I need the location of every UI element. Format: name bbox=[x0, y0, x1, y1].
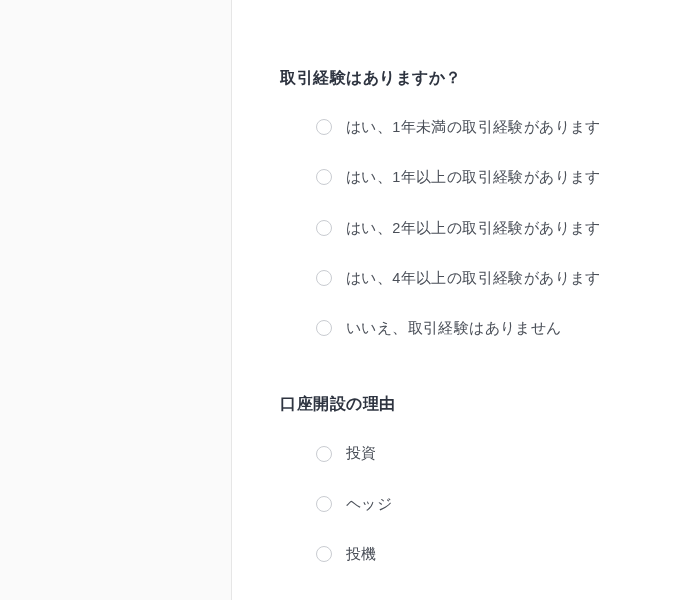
option-label: 投機 bbox=[346, 544, 377, 564]
sidebar bbox=[0, 0, 232, 600]
question-heading: 口座開設の理由 bbox=[280, 394, 632, 415]
option-label: はい、1年未満の取引経験があります bbox=[346, 117, 601, 137]
radio-icon bbox=[316, 220, 332, 236]
option-more-than-2-years[interactable]: はい、2年以上の取引経験があります bbox=[316, 218, 632, 238]
radio-icon bbox=[316, 270, 332, 286]
option-less-than-1-year[interactable]: はい、1年未満の取引経験があります bbox=[316, 117, 632, 137]
option-label: はい、1年以上の取引経験があります bbox=[346, 167, 601, 187]
question-account-reason: 口座開設の理由 投資 ヘッジ 投機 bbox=[280, 394, 632, 564]
radio-icon bbox=[316, 546, 332, 562]
question-trading-experience: 取引経験はありますか？ はい、1年未満の取引経験があります はい、1年以上の取引… bbox=[280, 68, 632, 338]
option-more-than-4-years[interactable]: はい、4年以上の取引経験があります bbox=[316, 268, 632, 288]
option-label: ヘッジ bbox=[346, 494, 392, 514]
option-investment[interactable]: 投資 bbox=[316, 443, 632, 463]
option-label: はい、2年以上の取引経験があります bbox=[346, 218, 601, 238]
option-label: いいえ、取引経験はありません bbox=[346, 318, 562, 338]
radio-icon bbox=[316, 496, 332, 512]
radio-icon bbox=[316, 119, 332, 135]
main-content: 取引経験はありますか？ はい、1年未満の取引経験があります はい、1年以上の取引… bbox=[232, 0, 680, 600]
options-list: はい、1年未満の取引経験があります はい、1年以上の取引経験があります はい、2… bbox=[280, 117, 632, 338]
option-more-than-1-year[interactable]: はい、1年以上の取引経験があります bbox=[316, 167, 632, 187]
option-no-experience[interactable]: いいえ、取引経験はありません bbox=[316, 318, 632, 338]
question-heading: 取引経験はありますか？ bbox=[280, 68, 632, 89]
radio-icon bbox=[316, 320, 332, 336]
option-label: 投資 bbox=[346, 443, 377, 463]
radio-icon bbox=[316, 169, 332, 185]
option-label: はい、4年以上の取引経験があります bbox=[346, 268, 601, 288]
option-hedge[interactable]: ヘッジ bbox=[316, 494, 632, 514]
options-list: 投資 ヘッジ 投機 bbox=[280, 443, 632, 564]
radio-icon bbox=[316, 446, 332, 462]
option-speculation[interactable]: 投機 bbox=[316, 544, 632, 564]
